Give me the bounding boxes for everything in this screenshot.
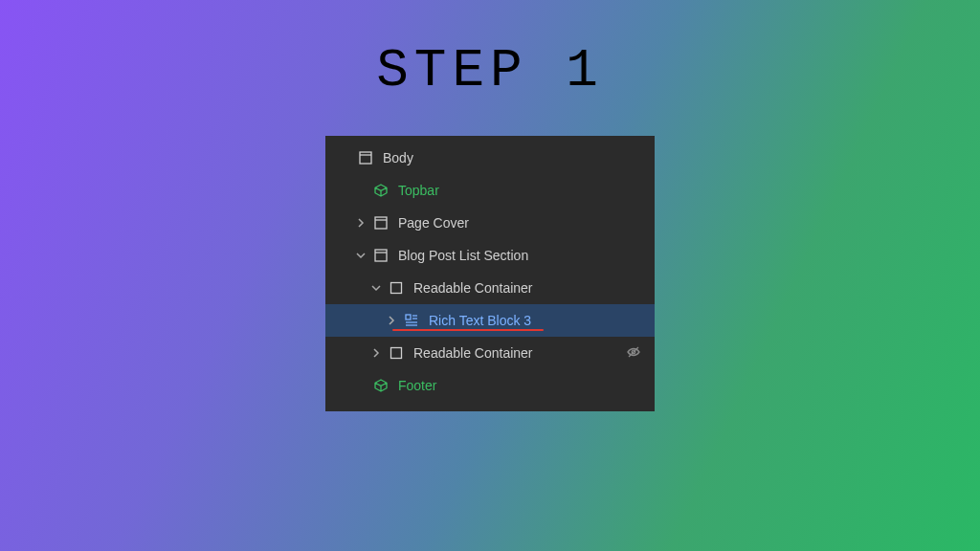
svg-rect-6 (391, 283, 402, 294)
tree-label-readable-2: Readable Container (410, 345, 533, 361)
container-icon (389, 280, 404, 296)
svg-rect-2 (375, 217, 387, 229)
tree-label-body: Body (379, 150, 413, 165)
body-icon (358, 150, 373, 165)
rich-text-icon (404, 313, 419, 328)
red-underline-annotation (392, 329, 544, 332)
visibility-off-icon[interactable] (626, 344, 641, 363)
svg-rect-7 (406, 315, 411, 320)
tree-row-topbar[interactable]: Topbar (325, 174, 655, 207)
component-icon (373, 378, 389, 393)
tree-row-readable-2[interactable]: Readable Container (325, 337, 655, 369)
section-icon (373, 215, 389, 231)
chevron-spacer (339, 151, 352, 165)
tree-row-blog-section[interactable]: Blog Post List Section (325, 239, 655, 272)
svg-rect-4 (375, 250, 387, 261)
tree-row-footer[interactable]: Footer (325, 369, 655, 402)
tree-row-body[interactable]: Body (325, 142, 655, 174)
section-icon (373, 248, 389, 263)
chevron-down-icon[interactable] (369, 281, 383, 295)
tree-label-page-cover: Page Cover (394, 215, 469, 231)
tree-label-topbar: Topbar (394, 183, 439, 198)
chevron-right-icon[interactable] (354, 216, 368, 230)
tree-row-rich-text[interactable]: Rich Text Block 3 (325, 304, 655, 337)
chevron-right-icon[interactable] (369, 346, 383, 360)
svg-rect-0 (360, 152, 371, 164)
svg-rect-12 (391, 348, 402, 359)
navigator-panel: Body Topbar Page Cover Blog Post List Se… (325, 136, 655, 411)
chevron-down-icon[interactable] (354, 249, 368, 262)
tree-row-page-cover[interactable]: Page Cover (325, 207, 655, 239)
container-icon (389, 345, 404, 361)
tree-label-rich-text: Rich Text Block 3 (425, 313, 531, 328)
chevron-right-icon[interactable] (385, 314, 398, 327)
tree-row-readable-1[interactable]: Readable Container (325, 272, 655, 304)
step-title: STEP 1 (0, 0, 980, 101)
chevron-spacer (354, 379, 368, 392)
tree-label-blog-section: Blog Post List Section (394, 248, 528, 263)
chevron-spacer (354, 184, 368, 197)
component-icon (373, 183, 389, 198)
tree-label-footer: Footer (394, 378, 436, 393)
tree-label-readable-1: Readable Container (410, 280, 533, 296)
